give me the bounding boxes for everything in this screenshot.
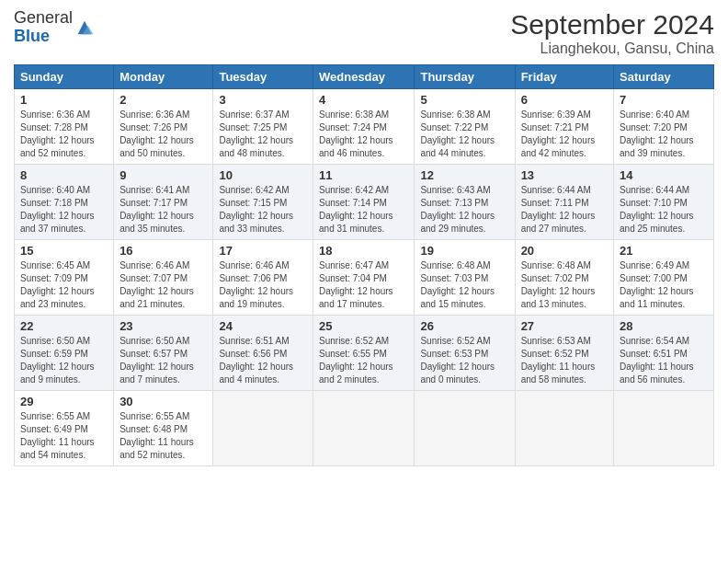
table-row: 13Sunrise: 6:44 AM Sunset: 7:11 PM Dayli… — [515, 165, 613, 240]
day-info: Sunrise: 6:42 AM Sunset: 7:15 PM Dayligh… — [219, 184, 307, 236]
table-row — [313, 391, 415, 466]
calendar-week-row: 8Sunrise: 6:40 AM Sunset: 7:18 PM Daylig… — [15, 165, 714, 240]
table-row: 27Sunrise: 6:53 AM Sunset: 6:52 PM Dayli… — [515, 316, 613, 391]
day-info: Sunrise: 6:41 AM Sunset: 7:17 PM Dayligh… — [119, 184, 207, 236]
table-row: 6Sunrise: 6:39 AM Sunset: 7:21 PM Daylig… — [515, 89, 613, 165]
location: Lianghekou, Gansu, China — [510, 40, 714, 57]
day-number: 29 — [20, 395, 108, 408]
table-row: 30Sunrise: 6:55 AM Sunset: 6:48 PM Dayli… — [114, 391, 213, 466]
day-number: 1 — [20, 93, 108, 107]
col-friday: Friday — [515, 65, 613, 89]
col-sunday: Sunday — [15, 65, 114, 89]
table-row: 3Sunrise: 6:37 AM Sunset: 7:25 PM Daylig… — [213, 89, 313, 165]
table-row: 10Sunrise: 6:42 AM Sunset: 7:15 PM Dayli… — [213, 165, 313, 240]
day-number: 17 — [219, 244, 307, 258]
day-info: Sunrise: 6:36 AM Sunset: 7:26 PM Dayligh… — [119, 109, 207, 160]
day-info: Sunrise: 6:49 AM Sunset: 7:00 PM Dayligh… — [620, 259, 708, 311]
day-info: Sunrise: 6:44 AM Sunset: 7:10 PM Dayligh… — [620, 184, 708, 236]
table-row — [515, 391, 613, 466]
table-row — [213, 391, 313, 466]
table-row: 2Sunrise: 6:36 AM Sunset: 7:26 PM Daylig… — [114, 89, 213, 165]
logo-general: General — [14, 9, 73, 28]
day-number: 2 — [119, 93, 207, 107]
table-row: 11Sunrise: 6:42 AM Sunset: 7:14 PM Dayli… — [313, 165, 415, 240]
day-number: 26 — [420, 319, 508, 333]
table-row — [614, 391, 714, 466]
table-row: 20Sunrise: 6:48 AM Sunset: 7:02 PM Dayli… — [515, 240, 613, 316]
day-number: 19 — [420, 244, 508, 258]
day-number: 25 — [319, 319, 408, 333]
day-number: 15 — [20, 244, 108, 258]
table-row: 7Sunrise: 6:40 AM Sunset: 7:20 PM Daylig… — [614, 89, 714, 165]
main-container: General Blue September 2024 Lianghekou, … — [0, 0, 728, 476]
logo: General Blue — [14, 9, 95, 46]
day-info: Sunrise: 6:50 AM Sunset: 6:59 PM Dayligh… — [20, 335, 108, 386]
table-row: 15Sunrise: 6:45 AM Sunset: 7:09 PM Dayli… — [15, 240, 114, 316]
table-row: 22Sunrise: 6:50 AM Sunset: 6:59 PM Dayli… — [15, 316, 114, 391]
calendar: Sunday Monday Tuesday Wednesday Thursday… — [14, 64, 714, 466]
day-info: Sunrise: 6:40 AM Sunset: 7:18 PM Dayligh… — [20, 184, 108, 236]
day-number: 3 — [219, 93, 307, 107]
day-info: Sunrise: 6:52 AM Sunset: 6:53 PM Dayligh… — [420, 335, 508, 386]
day-info: Sunrise: 6:53 AM Sunset: 6:52 PM Dayligh… — [521, 335, 608, 386]
day-number: 9 — [119, 168, 207, 182]
day-info: Sunrise: 6:48 AM Sunset: 7:03 PM Dayligh… — [420, 259, 508, 311]
header: General Blue September 2024 Lianghekou, … — [14, 9, 714, 57]
title-section: September 2024 Lianghekou, Gansu, China — [510, 9, 714, 57]
day-info: Sunrise: 6:46 AM Sunset: 7:06 PM Dayligh… — [219, 259, 307, 311]
day-number: 20 — [521, 244, 608, 258]
table-row: 5Sunrise: 6:38 AM Sunset: 7:22 PM Daylig… — [415, 89, 515, 165]
day-number: 16 — [119, 244, 207, 258]
table-row: 21Sunrise: 6:49 AM Sunset: 7:00 PM Dayli… — [614, 240, 714, 316]
day-info: Sunrise: 6:37 AM Sunset: 7:25 PM Dayligh… — [219, 109, 307, 160]
day-info: Sunrise: 6:45 AM Sunset: 7:09 PM Dayligh… — [20, 259, 108, 311]
day-number: 7 — [620, 93, 708, 107]
table-row: 26Sunrise: 6:52 AM Sunset: 6:53 PM Dayli… — [415, 316, 515, 391]
logo-icon — [74, 17, 95, 38]
table-row: 12Sunrise: 6:43 AM Sunset: 7:13 PM Dayli… — [415, 165, 515, 240]
day-info: Sunrise: 6:42 AM Sunset: 7:14 PM Dayligh… — [319, 184, 408, 236]
day-info: Sunrise: 6:47 AM Sunset: 7:04 PM Dayligh… — [319, 259, 408, 311]
table-row: 16Sunrise: 6:46 AM Sunset: 7:07 PM Dayli… — [114, 240, 213, 316]
col-tuesday: Tuesday — [213, 65, 313, 89]
col-wednesday: Wednesday — [313, 65, 415, 89]
day-number: 13 — [521, 168, 608, 182]
col-thursday: Thursday — [415, 65, 515, 89]
table-row: 28Sunrise: 6:54 AM Sunset: 6:51 PM Dayli… — [614, 316, 714, 391]
day-info: Sunrise: 6:39 AM Sunset: 7:21 PM Dayligh… — [521, 109, 608, 160]
day-number: 24 — [219, 319, 307, 333]
table-row — [415, 391, 515, 466]
day-info: Sunrise: 6:55 AM Sunset: 6:48 PM Dayligh… — [119, 410, 207, 462]
table-row: 18Sunrise: 6:47 AM Sunset: 7:04 PM Dayli… — [313, 240, 415, 316]
table-row: 24Sunrise: 6:51 AM Sunset: 6:56 PM Dayli… — [213, 316, 313, 391]
month-year: September 2024 — [510, 9, 714, 40]
day-number: 12 — [420, 168, 508, 182]
day-info: Sunrise: 6:55 AM Sunset: 6:49 PM Dayligh… — [20, 410, 108, 462]
calendar-week-row: 1Sunrise: 6:36 AM Sunset: 7:28 PM Daylig… — [15, 89, 714, 165]
day-number: 27 — [521, 319, 608, 333]
day-number: 21 — [620, 244, 708, 258]
table-row: 9Sunrise: 6:41 AM Sunset: 7:17 PM Daylig… — [114, 165, 213, 240]
day-info: Sunrise: 6:52 AM Sunset: 6:55 PM Dayligh… — [319, 335, 408, 386]
day-number: 23 — [119, 319, 207, 333]
day-info: Sunrise: 6:54 AM Sunset: 6:51 PM Dayligh… — [620, 335, 708, 386]
day-info: Sunrise: 6:38 AM Sunset: 7:22 PM Dayligh… — [420, 109, 508, 160]
day-info: Sunrise: 6:36 AM Sunset: 7:28 PM Dayligh… — [20, 109, 108, 160]
table-row: 8Sunrise: 6:40 AM Sunset: 7:18 PM Daylig… — [15, 165, 114, 240]
day-info: Sunrise: 6:51 AM Sunset: 6:56 PM Dayligh… — [219, 335, 307, 386]
table-row: 1Sunrise: 6:36 AM Sunset: 7:28 PM Daylig… — [15, 89, 114, 165]
day-info: Sunrise: 6:43 AM Sunset: 7:13 PM Dayligh… — [420, 184, 508, 236]
calendar-week-row: 15Sunrise: 6:45 AM Sunset: 7:09 PM Dayli… — [15, 240, 714, 316]
table-row: 4Sunrise: 6:38 AM Sunset: 7:24 PM Daylig… — [313, 89, 415, 165]
day-info: Sunrise: 6:48 AM Sunset: 7:02 PM Dayligh… — [521, 259, 608, 311]
day-number: 8 — [20, 168, 108, 182]
calendar-week-row: 22Sunrise: 6:50 AM Sunset: 6:59 PM Dayli… — [15, 316, 714, 391]
day-number: 28 — [620, 319, 708, 333]
table-row: 25Sunrise: 6:52 AM Sunset: 6:55 PM Dayli… — [313, 316, 415, 391]
col-monday: Monday — [114, 65, 213, 89]
col-saturday: Saturday — [614, 65, 714, 89]
day-number: 30 — [119, 395, 207, 408]
table-row: 23Sunrise: 6:50 AM Sunset: 6:57 PM Dayli… — [114, 316, 213, 391]
table-row: 19Sunrise: 6:48 AM Sunset: 7:03 PM Dayli… — [415, 240, 515, 316]
table-row: 29Sunrise: 6:55 AM Sunset: 6:49 PM Dayli… — [15, 391, 114, 466]
